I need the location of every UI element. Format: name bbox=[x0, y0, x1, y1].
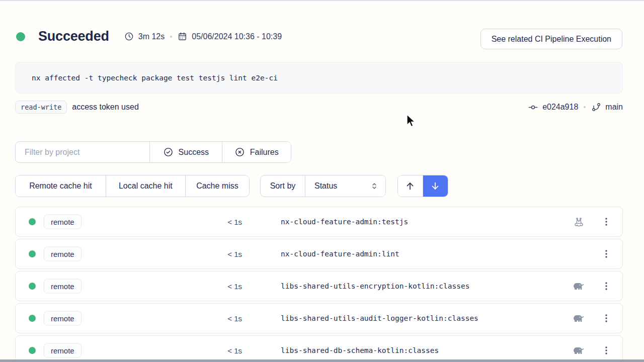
sort-field-select[interactable]: Status bbox=[305, 175, 385, 197]
separator-dot bbox=[170, 36, 172, 38]
arrow-up-icon bbox=[405, 180, 416, 192]
task-name[interactable]: nx-cloud-feature-admin:testjs bbox=[281, 218, 408, 226]
task-name[interactable]: nx-cloud-feature-admin:lint bbox=[281, 250, 399, 258]
git-commit-icon bbox=[528, 102, 538, 113]
access-token-text: access token used bbox=[72, 103, 139, 112]
filter-failures-button[interactable]: Failures bbox=[222, 142, 291, 162]
token-row: read-write access token used e024a918 ma… bbox=[15, 101, 623, 114]
run-command-text: nx affected -t typecheck package test te… bbox=[32, 74, 278, 82]
clock-icon bbox=[124, 32, 134, 41]
task-status-dot bbox=[29, 347, 36, 354]
top-border bbox=[0, 0, 644, 1]
task-duration: < 1s bbox=[197, 218, 242, 226]
task-row[interactable]: remote < 1s libs-shared-utils-encryption… bbox=[15, 271, 623, 301]
mouse-cursor bbox=[406, 114, 417, 131]
chevron-up-down-icon bbox=[370, 182, 379, 191]
x-circle-icon bbox=[234, 147, 245, 157]
gradle-elephant-icon bbox=[572, 280, 585, 292]
task-name[interactable]: libs-shared-db-schema-kotlin:classes bbox=[281, 346, 439, 354]
task-duration: < 1s bbox=[197, 250, 242, 258]
kebab-menu-icon[interactable] bbox=[602, 314, 611, 323]
filter-success-label: Success bbox=[179, 148, 209, 157]
arrow-down-icon bbox=[430, 180, 441, 192]
task-list: remote < 1s nx-cloud-feature-admin:testj… bbox=[15, 207, 623, 362]
git-branch-icon bbox=[591, 102, 601, 112]
access-token-badge: read-write bbox=[15, 101, 67, 114]
calendar-icon bbox=[178, 32, 187, 41]
gradle-elephant-icon bbox=[572, 312, 585, 324]
task-duration: < 1s bbox=[197, 282, 242, 291]
cache-source-badge: remote bbox=[44, 247, 82, 261]
run-duration: 3m 12s bbox=[124, 32, 165, 41]
gradle-elephant-icon bbox=[572, 344, 585, 356]
status-dot bbox=[16, 32, 25, 41]
check-circle-icon bbox=[163, 147, 174, 157]
task-status-dot bbox=[29, 315, 36, 322]
kebab-menu-icon[interactable] bbox=[602, 249, 611, 258]
task-duration: < 1s bbox=[197, 346, 242, 355]
sort-direction-toggle bbox=[397, 175, 448, 197]
kebab-menu-icon[interactable] bbox=[602, 346, 611, 355]
page-title: Succeeded bbox=[38, 29, 109, 44]
run-date-value: 05/06/2024 10:36 - 10:39 bbox=[192, 32, 282, 41]
cache-source-badge: remote bbox=[44, 215, 82, 229]
vcs-info: e024a918 main bbox=[528, 102, 623, 113]
task-status-dot bbox=[29, 283, 36, 290]
sort-by-label: Sort by bbox=[261, 175, 305, 197]
bottom-border bbox=[0, 359, 644, 362]
task-row[interactable]: remote < 1s nx-cloud-feature-admin:testj… bbox=[15, 207, 623, 237]
separator-dot bbox=[584, 106, 586, 108]
task-duration: < 1s bbox=[197, 314, 242, 323]
branch-name[interactable]: main bbox=[605, 103, 623, 112]
task-row[interactable]: remote < 1s nx-cloud-feature-admin:lint bbox=[15, 239, 623, 269]
sort-ascending-button[interactable] bbox=[398, 175, 423, 197]
run-duration-value: 3m 12s bbox=[138, 32, 165, 41]
commit-sha[interactable]: e024a918 bbox=[542, 103, 578, 112]
cache-source-badge: remote bbox=[44, 343, 82, 358]
task-name[interactable]: libs-shared-utils-audit-logger-kotlin:cl… bbox=[281, 314, 478, 322]
filter-success-button[interactable]: Success bbox=[150, 142, 221, 162]
cache-source-badge: remote bbox=[44, 279, 82, 294]
kebab-menu-icon[interactable] bbox=[602, 282, 611, 291]
run-command-box: nx affected -t typecheck package test te… bbox=[15, 62, 623, 94]
sort-selected-value: Status bbox=[314, 182, 337, 191]
sort-control: Sort by Status bbox=[260, 175, 386, 197]
related-ci-pipeline-button[interactable]: See related CI Pipeline Execution bbox=[480, 29, 622, 49]
run-status-header: Succeeded 3m 12s 05/06/2024 10:36 - 10:3… bbox=[16, 29, 282, 44]
tab-local-cache-hit[interactable]: Local cache hit bbox=[106, 175, 185, 197]
task-status-dot bbox=[29, 250, 36, 257]
cache-filter-tabs: Remote cache hit Local cache hit Cache m… bbox=[15, 175, 250, 197]
tab-cache-miss[interactable]: Cache miss bbox=[186, 175, 249, 197]
sort-descending-button[interactable] bbox=[423, 175, 448, 197]
run-date: 05/06/2024 10:36 - 10:39 bbox=[178, 32, 282, 41]
jest-icon bbox=[572, 216, 585, 228]
task-status-dot bbox=[29, 218, 36, 225]
task-name[interactable]: libs-shared-utils-encryption-kotlin:clas… bbox=[281, 282, 469, 290]
filter-failures-label: Failures bbox=[250, 148, 279, 157]
tab-remote-cache-hit[interactable]: Remote cache hit bbox=[16, 175, 106, 197]
kebab-menu-icon[interactable] bbox=[602, 217, 611, 226]
task-row[interactable]: remote < 1s libs-shared-utils-audit-logg… bbox=[15, 303, 623, 333]
task-row[interactable]: remote < 1s libs-shared-db-schema-kotlin… bbox=[15, 335, 623, 362]
filter-bar: Success Failures bbox=[15, 141, 291, 163]
cache-source-badge: remote bbox=[44, 311, 82, 326]
filter-project-input[interactable] bbox=[16, 142, 149, 162]
